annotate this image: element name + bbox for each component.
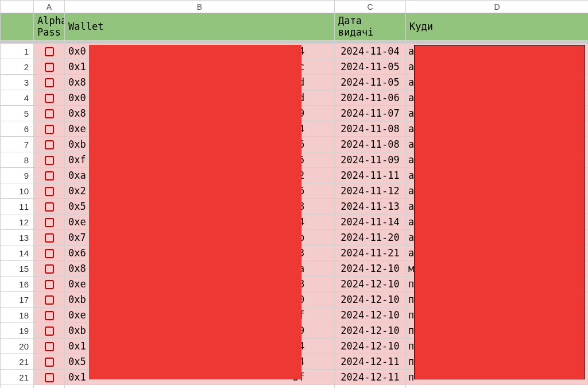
checkbox-unchecked-icon[interactable] <box>45 156 54 165</box>
checkbox-unchecked-icon[interactable] <box>45 94 54 103</box>
checkbox-unchecked-icon[interactable] <box>45 171 54 180</box>
date-cell[interactable]: 2024-11-12 <box>335 183 406 199</box>
alpha-pass-checkbox-cell[interactable] <box>34 75 65 90</box>
checkbox-unchecked-icon[interactable] <box>45 295 54 305</box>
header-wallet[interactable]: Wallet <box>65 13 335 41</box>
alpha-pass-checkbox-cell[interactable] <box>34 354 65 370</box>
checkbox-unchecked-icon[interactable] <box>45 342 54 351</box>
date-cell[interactable]: 2024-12-11 <box>335 370 406 385</box>
alpha-pass-checkbox-cell[interactable] <box>34 106 65 121</box>
date-cell[interactable]: 2024-11-07 <box>335 106 406 121</box>
row-number[interactable]: 14 <box>1 245 34 261</box>
date-cell[interactable]: 2024-11-05 <box>335 59 406 75</box>
alpha-pass-checkbox-cell[interactable] <box>34 276 65 292</box>
row-header-blank[interactable] <box>1 13 34 41</box>
row-number[interactable]: 20 <box>1 339 34 354</box>
header-dest[interactable]: Куди <box>406 13 589 41</box>
alpha-pass-checkbox-cell[interactable] <box>34 261 65 276</box>
alpha-pass-checkbox-cell[interactable] <box>34 152 65 168</box>
alpha-pass-checkbox-cell[interactable] <box>34 292 65 308</box>
checkbox-unchecked-icon[interactable] <box>45 202 54 212</box>
row-number[interactable]: 9 <box>1 168 34 183</box>
date-cell[interactable]: 2024-12-10 <box>335 276 406 292</box>
date-cell[interactable]: 2024-11-20 <box>335 230 406 245</box>
row-number[interactable]: 8 <box>1 152 34 168</box>
row-number[interactable]: 5 <box>1 106 34 121</box>
checkbox-unchecked-icon[interactable] <box>45 125 54 134</box>
date-cell[interactable]: 2024-12-11 <box>335 354 406 370</box>
col-header-A[interactable]: A <box>34 1 65 13</box>
checkbox-unchecked-icon[interactable] <box>45 187 54 196</box>
date-cell[interactable]: 2024-11-13 <box>335 199 406 214</box>
date-cell[interactable]: 2024-12-10 <box>335 323 406 339</box>
date-cell[interactable]: 2024-12-10 <box>335 292 406 308</box>
alpha-pass-checkbox-cell[interactable] <box>34 308 65 323</box>
alpha-pass-checkbox-cell[interactable] <box>34 90 65 106</box>
col-header-D[interactable]: D <box>406 1 589 13</box>
row-number[interactable]: 7 <box>1 137 34 152</box>
checkbox-unchecked-icon[interactable] <box>45 218 54 227</box>
date-cell[interactable]: 2024-11-11 <box>335 168 406 183</box>
row-number[interactable]: 18 <box>1 308 34 323</box>
date-cell[interactable]: 2024-11-08 <box>335 137 406 152</box>
checkbox-unchecked-icon[interactable] <box>45 373 54 382</box>
row-number[interactable]: 6 <box>1 121 34 137</box>
row-number[interactable]: 21 <box>1 370 34 385</box>
row-number[interactable]: 16 <box>1 276 34 292</box>
row-number[interactable]: 19 <box>1 323 34 339</box>
checkbox-unchecked-icon[interactable] <box>45 109 54 118</box>
checkbox-unchecked-icon[interactable] <box>45 63 54 72</box>
date-cell[interactable]: 2024-11-08 <box>335 121 406 137</box>
row-number[interactable]: 1 <box>1 44 34 59</box>
date-cell[interactable]: 2024-12-10 <box>335 261 406 276</box>
alpha-pass-checkbox-cell[interactable] <box>34 137 65 152</box>
row-number[interactable]: 2 <box>1 59 34 75</box>
date-cell[interactable]: 2024-11-14 <box>335 214 406 230</box>
alpha-pass-checkbox-cell[interactable] <box>34 214 65 230</box>
checkbox-unchecked-icon[interactable] <box>45 249 54 258</box>
alpha-pass-checkbox-cell[interactable] <box>34 323 65 339</box>
row-number[interactable]: 4 <box>1 90 34 106</box>
row-number[interactable]: 21 <box>1 354 34 370</box>
alpha-pass-checkbox-cell[interactable] <box>34 183 65 199</box>
checkbox-unchecked-icon[interactable] <box>45 140 54 149</box>
date-cell[interactable]: 2024-11-21 <box>335 245 406 261</box>
checkbox-unchecked-icon[interactable] <box>45 264 54 274</box>
alpha-pass-checkbox-cell[interactable] <box>34 339 65 354</box>
alpha-pass-checkbox-cell[interactable] <box>34 121 65 137</box>
checkbox-unchecked-icon[interactable] <box>45 47 54 56</box>
date-cell[interactable]: 2024-11-06 <box>335 90 406 106</box>
row-number[interactable]: 11 <box>1 199 34 214</box>
alpha-pass-checkbox-cell[interactable] <box>34 370 65 385</box>
date-cell[interactable]: 2024-12-10 <box>335 308 406 323</box>
alpha-pass-checkbox-cell[interactable] <box>34 245 65 261</box>
alpha-pass-checkbox-cell[interactable] <box>34 59 65 75</box>
alpha-pass-checkbox-cell[interactable] <box>34 168 65 183</box>
checkbox-unchecked-icon[interactable] <box>45 326 54 336</box>
col-header-B[interactable]: B <box>65 1 335 13</box>
date-cell[interactable]: 2024-11-04 <box>335 44 406 59</box>
header-alpha-pass[interactable]: Alpha Pass <box>34 13 65 41</box>
alpha-pass-checkbox-cell[interactable] <box>34 44 65 59</box>
alpha-pass-checkbox-cell[interactable] <box>34 199 65 214</box>
col-header-C[interactable]: C <box>335 1 406 13</box>
checkbox-unchecked-icon[interactable] <box>45 233 54 243</box>
row-number[interactable]: 13 <box>1 230 34 245</box>
checkbox-unchecked-icon[interactable] <box>45 358 54 367</box>
date-cell[interactable]: 2024-11-05 <box>335 75 406 90</box>
alpha-pass-checkbox-cell[interactable] <box>34 230 65 245</box>
row-number[interactable]: 17 <box>1 292 34 308</box>
row-number[interactable]: 10 <box>1 183 34 199</box>
header-date[interactable]: Дата видачі <box>335 13 406 41</box>
date-cell[interactable]: 2024-12-10 <box>335 339 406 354</box>
corner-cell[interactable] <box>1 1 34 13</box>
row-number[interactable]: 3 <box>1 75 34 90</box>
row-number[interactable]: 12 <box>1 214 34 230</box>
checkbox-unchecked-icon[interactable] <box>45 280 54 289</box>
checkbox-unchecked-icon[interactable] <box>45 78 54 87</box>
empty-row[interactable] <box>1 385 589 388</box>
row-number[interactable]: 15 <box>1 261 34 276</box>
date-cell[interactable]: 2024-11-09 <box>335 152 406 168</box>
checkbox-unchecked-icon[interactable] <box>45 311 54 320</box>
spreadsheet[interactable]: A B C D E Alpha Pass Wallet Дата видачі … <box>0 0 588 388</box>
